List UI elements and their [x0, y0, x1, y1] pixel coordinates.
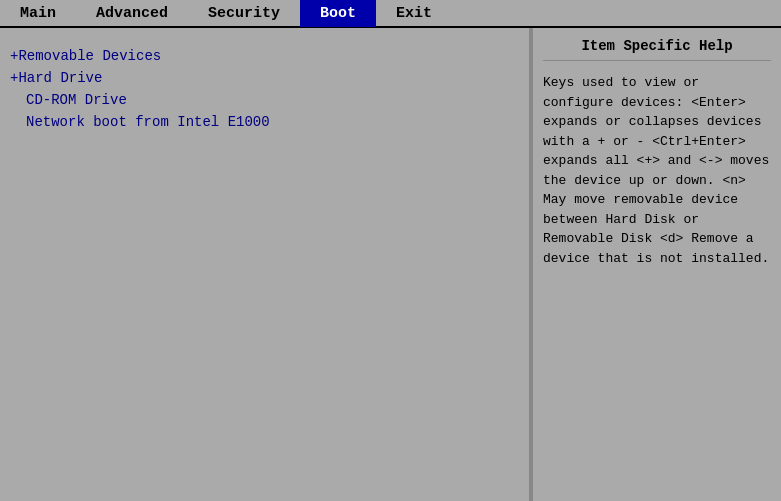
boot-item-network[interactable]: Network boot from Intel E1000 — [10, 114, 519, 130]
boot-item-removable[interactable]: +Removable Devices — [10, 48, 519, 64]
help-title: Item Specific Help — [543, 38, 771, 61]
menu-bar: Main Advanced Security Boot Exit — [0, 0, 781, 28]
boot-item-cdrom[interactable]: CD-ROM Drive — [10, 92, 519, 108]
help-text: Keys used to view or configure devices: … — [543, 73, 771, 268]
right-panel: Item Specific Help Keys used to view or … — [531, 28, 781, 501]
left-panel: +Removable Devices +Hard Drive CD-ROM Dr… — [0, 28, 531, 501]
menu-item-exit[interactable]: Exit — [376, 0, 452, 27]
content-area: +Removable Devices +Hard Drive CD-ROM Dr… — [0, 28, 781, 501]
menu-item-main[interactable]: Main — [0, 0, 76, 27]
menu-item-security[interactable]: Security — [188, 0, 300, 27]
menu-item-boot[interactable]: Boot — [300, 0, 376, 27]
boot-item-hard-drive[interactable]: +Hard Drive — [10, 70, 519, 86]
menu-item-advanced[interactable]: Advanced — [76, 0, 188, 27]
